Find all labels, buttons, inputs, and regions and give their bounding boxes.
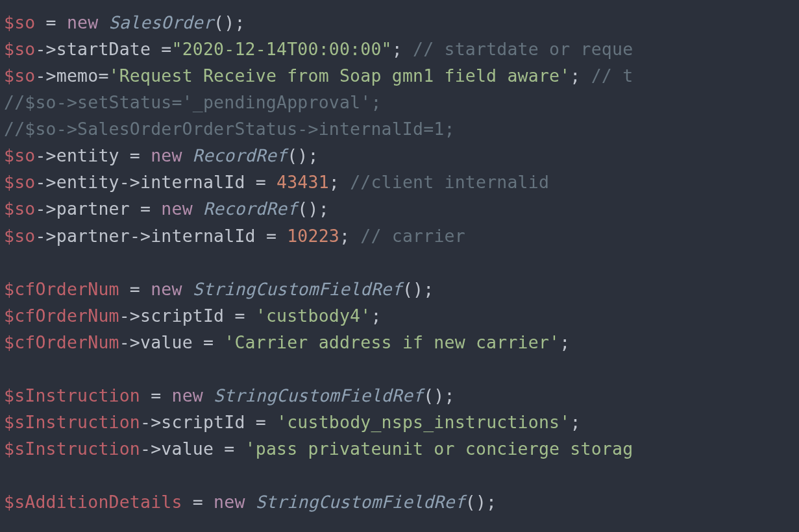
- code-line: $so->partner = new RecordRef();: [4, 199, 329, 219]
- variable: $sInstruction: [4, 385, 140, 405]
- keyword-new: new: [151, 145, 182, 165]
- variable: $cfOrderNum: [4, 332, 119, 352]
- code-line: $so->partner->internalId = 10223; // car…: [4, 226, 465, 246]
- string-literal: 'Carrier address if new carrier': [224, 332, 559, 352]
- string-literal: 'custbody_nsps_instructions': [277, 412, 570, 432]
- code-line: //$so->setStatus='_pendingApproval';: [4, 92, 382, 112]
- property: internalId: [140, 172, 245, 192]
- code-block: $so = new SalesOrder(); $so->startDate =…: [0, 0, 799, 524]
- class-name: RecordRef: [193, 145, 287, 165]
- property: entity: [56, 145, 119, 165]
- variable: $cfOrderNum: [4, 306, 119, 326]
- keyword-new: new: [67, 12, 98, 32]
- keyword-new: new: [161, 199, 192, 219]
- code-line: $cfOrderNum->value = 'Carrier address if…: [4, 332, 570, 352]
- number-literal: 43431: [277, 172, 329, 192]
- code-line: $so->entity = new RecordRef();: [4, 145, 319, 165]
- code-line: $so->startDate ="2020-12-14T00:00:00"; /…: [4, 39, 633, 59]
- property: internalId: [151, 226, 256, 246]
- property: startDate: [56, 39, 151, 59]
- comment: //$so->SalesOrderOrderStatus->internalId…: [4, 119, 455, 139]
- keyword-new: new: [214, 492, 245, 512]
- variable: $so: [4, 172, 35, 192]
- variable: $sAdditionDetails: [4, 492, 182, 512]
- variable: $sInstruction: [4, 439, 140, 459]
- string-literal: 'Request Receive from Soap gmn1 field aw…: [109, 66, 571, 86]
- string-literal: 'custbody4': [256, 306, 371, 326]
- property: partner: [56, 199, 130, 219]
- variable: $so: [4, 199, 35, 219]
- property: entity: [56, 172, 119, 192]
- class-name: RecordRef: [203, 199, 297, 219]
- code-line: [4, 465, 14, 485]
- property: scriptId: [161, 412, 245, 432]
- code-line: $so = new SalesOrder();: [4, 12, 245, 32]
- string-literal: 'pass privateunit or concierge storag: [245, 439, 633, 459]
- class-name: StringCustomFieldRef: [214, 385, 423, 405]
- property: partner: [56, 226, 130, 246]
- code-line: $sAdditionDetails = new StringCustomFiel…: [4, 492, 497, 512]
- code-line: $sInstruction = new StringCustomFieldRef…: [4, 385, 455, 405]
- code-line: //$so->SalesOrderOrderStatus->internalId…: [4, 119, 455, 139]
- string-literal: "2020-12-14T00:00:00": [171, 39, 391, 59]
- comment: //client internalid: [350, 172, 549, 192]
- variable: $so: [4, 66, 35, 86]
- class-name: StringCustomFieldRef: [256, 492, 465, 512]
- property: memo: [56, 66, 99, 86]
- comment: // startdate or reque: [413, 39, 633, 59]
- class-name: SalesOrder: [109, 12, 214, 32]
- variable: $cfOrderNum: [4, 279, 119, 299]
- property: value: [161, 439, 214, 459]
- code-line: $so->memo='Request Receive from Soap gmn…: [4, 66, 633, 86]
- property: value: [140, 332, 193, 352]
- variable: $so: [4, 39, 35, 59]
- class-name: StringCustomFieldRef: [193, 279, 402, 299]
- code-line: $cfOrderNum->scriptId = 'custbody4';: [4, 306, 382, 326]
- keyword-new: new: [171, 385, 203, 405]
- property: scriptId: [140, 306, 224, 326]
- variable: $so: [4, 12, 35, 32]
- code-line: $sInstruction->scriptId = 'custbody_nsps…: [4, 412, 581, 432]
- keyword-new: new: [151, 279, 182, 299]
- number-literal: 10223: [287, 226, 339, 246]
- variable: $so: [4, 145, 35, 165]
- code-line: $sInstruction->value = 'pass privateunit…: [4, 439, 633, 459]
- code-line: $so->entity->internalId = 43431; //clien…: [4, 172, 549, 192]
- comment: // carrier: [360, 226, 465, 246]
- code-line: [4, 359, 14, 379]
- code-line: [4, 252, 14, 272]
- variable: $sInstruction: [4, 412, 140, 432]
- variable: $so: [4, 226, 35, 246]
- comment: // t: [591, 66, 633, 86]
- code-line: $cfOrderNum = new StringCustomFieldRef()…: [4, 279, 434, 299]
- comment: //$so->setStatus='_pendingApproval';: [4, 92, 382, 112]
